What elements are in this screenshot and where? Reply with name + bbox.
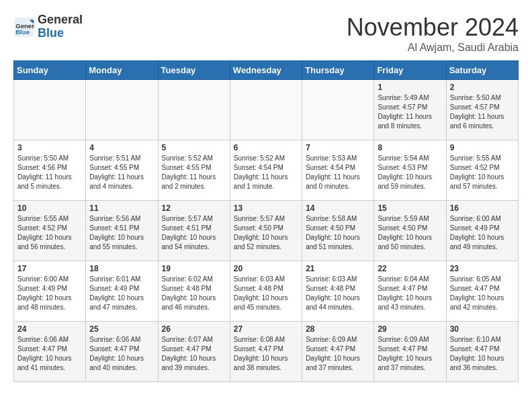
day-info: Sunrise: 5:58 AM Sunset: 4:50 PM Dayligh… [306,214,370,252]
calendar-header-row: SundayMondayTuesdayWednesdayThursdayFrid… [14,61,519,80]
calendar-cell: 17Sunrise: 6:00 AM Sunset: 4:49 PM Dayli… [14,261,86,322]
calendar-cell: 3Sunrise: 5:50 AM Sunset: 4:56 PM Daylig… [14,140,86,201]
col-header-friday: Friday [374,61,446,80]
day-number: 21 [306,264,370,273]
logo-text-line1: General [38,13,83,27]
calendar-cell: 27Sunrise: 6:08 AM Sunset: 4:47 PM Dayli… [230,322,302,382]
calendar-cell: 14Sunrise: 5:58 AM Sunset: 4:50 PM Dayli… [302,201,374,261]
calendar-cell: 6Sunrise: 5:52 AM Sunset: 4:54 PM Daylig… [230,140,302,201]
calendar-cell: 7Sunrise: 5:53 AM Sunset: 4:54 PM Daylig… [302,140,374,201]
logo-text-line2: Blue [38,27,83,40]
day-info: Sunrise: 5:51 AM Sunset: 4:55 PM Dayligh… [89,154,154,191]
day-number: 17 [17,264,82,273]
day-info: Sunrise: 6:04 AM Sunset: 4:47 PM Dayligh… [378,275,442,312]
month-title: November 2024 [347,13,519,42]
day-number: 25 [89,324,154,334]
day-number: 15 [378,203,442,213]
calendar-cell: 30Sunrise: 6:10 AM Sunset: 4:47 PM Dayli… [446,322,518,382]
day-info: Sunrise: 6:01 AM Sunset: 4:49 PM Dayligh… [89,275,154,312]
day-info: Sunrise: 6:09 AM Sunset: 4:47 PM Dayligh… [378,335,442,373]
calendar-week-row: 10Sunrise: 5:55 AM Sunset: 4:52 PM Dayli… [14,201,519,261]
title-block: November 2024 Al Awjam, Saudi Arabia [347,13,519,54]
day-number: 11 [89,203,154,213]
day-number: 13 [234,203,298,213]
day-info: Sunrise: 6:09 AM Sunset: 4:47 PM Dayligh… [306,335,370,373]
day-info: Sunrise: 5:59 AM Sunset: 4:50 PM Dayligh… [378,214,442,252]
col-header-wednesday: Wednesday [230,61,302,80]
day-info: Sunrise: 5:50 AM Sunset: 4:57 PM Dayligh… [450,93,515,131]
day-info: Sunrise: 6:00 AM Sunset: 4:49 PM Dayligh… [17,275,82,312]
calendar-cell: 10Sunrise: 5:55 AM Sunset: 4:52 PM Dayli… [14,201,86,261]
calendar-cell: 25Sunrise: 6:06 AM Sunset: 4:47 PM Dayli… [86,322,158,382]
day-info: Sunrise: 5:52 AM Sunset: 4:54 PM Dayligh… [234,154,298,191]
calendar-cell: 8Sunrise: 5:54 AM Sunset: 4:53 PM Daylig… [374,140,446,201]
day-number: 26 [162,324,226,334]
svg-text:Blue: Blue [15,28,30,36]
day-number: 30 [450,324,515,334]
col-header-tuesday: Tuesday [158,61,230,80]
calendar-week-row: 1Sunrise: 5:49 AM Sunset: 4:57 PM Daylig… [14,80,519,140]
day-number: 22 [378,264,442,273]
calendar-cell: 9Sunrise: 5:55 AM Sunset: 4:52 PM Daylig… [446,140,518,201]
day-info: Sunrise: 6:06 AM Sunset: 4:47 PM Dayligh… [17,335,82,373]
calendar-cell: 23Sunrise: 6:05 AM Sunset: 4:47 PM Dayli… [446,261,518,322]
calendar-cell: 12Sunrise: 5:57 AM Sunset: 4:51 PM Dayli… [158,201,230,261]
day-info: Sunrise: 6:02 AM Sunset: 4:48 PM Dayligh… [162,275,226,312]
day-number: 14 [306,203,370,213]
day-number: 2 [450,83,515,92]
calendar-cell: 26Sunrise: 6:07 AM Sunset: 4:47 PM Dayli… [158,322,230,382]
day-info: Sunrise: 5:50 AM Sunset: 4:56 PM Dayligh… [17,154,82,191]
calendar-cell: 1Sunrise: 5:49 AM Sunset: 4:57 PM Daylig… [374,80,446,140]
day-info: Sunrise: 6:03 AM Sunset: 4:48 PM Dayligh… [306,275,370,312]
day-info: Sunrise: 5:57 AM Sunset: 4:51 PM Dayligh… [162,214,226,252]
col-header-monday: Monday [86,61,158,80]
logo: General Blue General Blue [13,13,83,40]
calendar-week-row: 3Sunrise: 5:50 AM Sunset: 4:56 PM Daylig… [14,140,519,201]
day-number: 7 [306,143,370,152]
calendar-week-row: 24Sunrise: 6:06 AM Sunset: 4:47 PM Dayli… [14,322,519,382]
calendar-cell: 15Sunrise: 5:59 AM Sunset: 4:50 PM Dayli… [374,201,446,261]
day-info: Sunrise: 6:07 AM Sunset: 4:47 PM Dayligh… [162,335,226,373]
calendar-cell [158,80,230,140]
calendar-week-row: 17Sunrise: 6:00 AM Sunset: 4:49 PM Dayli… [14,261,519,322]
calendar-cell: 16Sunrise: 6:00 AM Sunset: 4:49 PM Dayli… [446,201,518,261]
day-info: Sunrise: 5:55 AM Sunset: 4:52 PM Dayligh… [17,214,82,252]
col-header-thursday: Thursday [302,61,374,80]
day-number: 3 [17,143,82,152]
day-number: 8 [378,143,442,152]
day-number: 19 [162,264,226,273]
logo-icon: General Blue [13,16,35,38]
day-number: 28 [306,324,370,334]
calendar-cell: 18Sunrise: 6:01 AM Sunset: 4:49 PM Dayli… [86,261,158,322]
calendar-cell: 2Sunrise: 5:50 AM Sunset: 4:57 PM Daylig… [446,80,518,140]
day-number: 9 [450,143,515,152]
day-number: 23 [450,264,515,273]
day-info: Sunrise: 5:49 AM Sunset: 4:57 PM Dayligh… [378,93,442,131]
calendar-cell: 4Sunrise: 5:51 AM Sunset: 4:55 PM Daylig… [86,140,158,201]
calendar-cell: 19Sunrise: 6:02 AM Sunset: 4:48 PM Dayli… [158,261,230,322]
calendar-cell [302,80,374,140]
calendar-cell: 5Sunrise: 5:52 AM Sunset: 4:55 PM Daylig… [158,140,230,201]
day-number: 16 [450,203,515,213]
day-info: Sunrise: 6:00 AM Sunset: 4:49 PM Dayligh… [450,214,515,252]
day-info: Sunrise: 5:55 AM Sunset: 4:52 PM Dayligh… [450,154,515,191]
day-number: 5 [162,143,226,152]
day-info: Sunrise: 6:03 AM Sunset: 4:48 PM Dayligh… [234,275,298,312]
col-header-sunday: Sunday [14,61,86,80]
calendar-cell: 20Sunrise: 6:03 AM Sunset: 4:48 PM Dayli… [230,261,302,322]
calendar-cell: 21Sunrise: 6:03 AM Sunset: 4:48 PM Dayli… [302,261,374,322]
day-number: 18 [89,264,154,273]
day-number: 27 [234,324,298,334]
day-info: Sunrise: 5:56 AM Sunset: 4:51 PM Dayligh… [89,214,154,252]
calendar-cell: 24Sunrise: 6:06 AM Sunset: 4:47 PM Dayli… [14,322,86,382]
calendar-cell: 29Sunrise: 6:09 AM Sunset: 4:47 PM Dayli… [374,322,446,382]
col-header-saturday: Saturday [446,61,518,80]
location-subtitle: Al Awjam, Saudi Arabia [347,42,519,54]
calendar-cell [230,80,302,140]
day-info: Sunrise: 6:05 AM Sunset: 4:47 PM Dayligh… [450,275,515,312]
day-info: Sunrise: 5:57 AM Sunset: 4:50 PM Dayligh… [234,214,298,252]
day-info: Sunrise: 6:08 AM Sunset: 4:47 PM Dayligh… [234,335,298,373]
day-number: 10 [17,203,82,213]
calendar-table: SundayMondayTuesdayWednesdayThursdayFrid… [13,60,519,382]
day-info: Sunrise: 5:53 AM Sunset: 4:54 PM Dayligh… [306,154,370,191]
